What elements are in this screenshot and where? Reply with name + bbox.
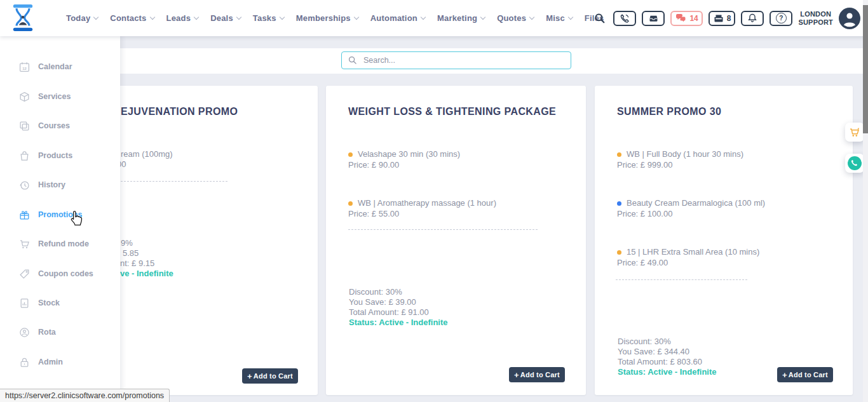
promo-total: nt: £ 9.15: [120, 258, 154, 268]
bullet-icon: [617, 201, 621, 206]
search-bar: [341, 51, 571, 69]
promo-item: Velashape 30 min (30 mins): [348, 149, 460, 159]
bullet-icon: [617, 250, 621, 255]
promo-card-summer: SUMMER PROMO 30 WB | Full Body (1 hour 3…: [595, 86, 853, 395]
sidebar-item-promotions[interactable]: Promotions: [0, 204, 120, 225]
nav-item-misc[interactable]: Misc: [546, 13, 573, 23]
add-to-cart-button[interactable]: +Add to Cart: [777, 367, 833, 382]
bullet-icon: [617, 152, 621, 157]
plus-icon: +: [514, 370, 519, 380]
nav-item-deals[interactable]: Deals: [210, 13, 241, 23]
lock-icon: [19, 357, 30, 368]
layers-icon: [19, 121, 30, 131]
nav-item-contacts[interactable]: Contacts: [110, 13, 154, 23]
chevron-down-icon: [279, 15, 284, 20]
sidebar-item-stock[interactable]: Stock: [0, 293, 120, 313]
nav-item-quotes[interactable]: Quotes: [497, 13, 534, 23]
sidebar-item-refund-mode[interactable]: Refund mode: [0, 234, 120, 254]
phone-button[interactable]: [613, 11, 636, 26]
bell-icon: [747, 13, 757, 23]
sidebar-item-history[interactable]: History: [0, 175, 120, 195]
chevron-down-icon: [421, 15, 426, 20]
promo-discount: 9%: [121, 238, 133, 248]
chat-button[interactable]: 14: [670, 11, 702, 26]
svg-text:12: 12: [22, 66, 27, 70]
sidebar-item-courses[interactable]: Courses: [0, 116, 120, 136]
promo-item: WB | Aromatherapy massage (1 hour): [348, 198, 496, 208]
rota-person-icon: [19, 327, 30, 338]
question-mark-icon: ?: [776, 13, 787, 23]
promo-status: ve - Indefinite: [120, 269, 173, 278]
floating-whatsapp-button[interactable]: [845, 154, 864, 173]
promo-title: EJUVENATION PROMO: [121, 106, 238, 117]
search-icon[interactable]: [594, 13, 606, 24]
search-icon: [348, 56, 357, 65]
help-button[interactable]: ?: [770, 11, 792, 26]
promo-you-save: You Save: £ 39.00: [349, 297, 416, 307]
promo-item-price: Price: £ 100.00: [617, 209, 672, 218]
sidebar-item-services[interactable]: Services: [0, 86, 120, 107]
promo-discount: Discount: 30%: [618, 337, 671, 346]
chevron-down-icon: [93, 15, 98, 20]
chevron-down-icon: [568, 15, 573, 20]
floating-cart-button[interactable]: [845, 123, 864, 142]
inbox-button[interactable]: [642, 11, 665, 26]
nav-item-memberships[interactable]: Memberships: [296, 13, 358, 23]
gift-icon: [19, 210, 30, 220]
plus-icon: +: [782, 370, 787, 380]
promo-item-price: Price: £ 49.00: [617, 258, 668, 267]
cart-icon: [849, 127, 860, 138]
nav-item-marketing[interactable]: Marketing: [437, 13, 485, 23]
hourglass-logo-icon: [11, 4, 34, 32]
promo-card-weight-loss: WEIGHT LOSS & TIGHTENING PACKAGE Velasha…: [326, 86, 586, 395]
nav-item-today[interactable]: Today: [66, 13, 98, 23]
scrollbar-track[interactable]: [863, 0, 868, 402]
search-input[interactable]: [362, 55, 555, 65]
promo-status: Status: Active - Indefinite: [349, 318, 448, 327]
add-to-cart-button[interactable]: +Add to Cart: [509, 367, 565, 382]
chevron-down-icon: [149, 15, 154, 20]
phone-icon: [620, 13, 630, 23]
history-clock-icon: [19, 180, 30, 191]
clinicsoftware-logo[interactable]: [11, 4, 34, 34]
promo-item-price: Price: £ 999.00: [617, 160, 672, 170]
whatsapp-phone-icon: [848, 156, 862, 170]
chevron-down-icon: [194, 15, 199, 20]
nav-item-tasks[interactable]: Tasks: [253, 13, 284, 23]
account-name: LONDON SUPPORT: [798, 10, 833, 27]
notifications-button[interactable]: [741, 11, 764, 26]
plus-icon: +: [247, 372, 252, 381]
nav-item-automation[interactable]: Automation: [370, 13, 425, 23]
top-navigation-bar: Today Contacts Leads Deals Tasks Members…: [0, 0, 868, 36]
divider: [616, 279, 747, 280]
promo-item-price: Price: £ 90.00: [348, 160, 399, 170]
nav-item-leads[interactable]: Leads: [166, 13, 199, 23]
sidebar-menu: 12 Calendar Services Courses Products Hi…: [0, 36, 120, 402]
chevron-down-icon: [354, 15, 359, 20]
calendar-icon: 12: [19, 62, 30, 72]
chevron-down-icon: [529, 15, 534, 20]
chat-count-badge: 14: [689, 14, 698, 23]
sidebar-item-coupon-codes[interactable]: Coupon codes: [0, 264, 120, 284]
sidebar-item-calendar[interactable]: 12 Calendar: [0, 57, 120, 77]
pos-button[interactable]: 8: [709, 11, 736, 26]
sidebar-item-admin[interactable]: Admin: [0, 352, 120, 372]
cube-icon: [19, 91, 30, 102]
promo-item: Beauty Cream Dearmalogica (100 ml): [617, 198, 765, 208]
sidebar-item-rota[interactable]: Rota: [0, 322, 120, 342]
scrollbar-thumb[interactable]: [863, 5, 868, 133]
promo-title: WEIGHT LOSS & TIGHTENING PACKAGE: [348, 106, 556, 117]
stock-report-icon: [19, 298, 30, 309]
promo-discount: Discount: 30%: [349, 287, 402, 297]
pos-count-badge: 8: [727, 14, 731, 23]
main-nav: Today Contacts Leads Deals Tasks Members…: [66, 0, 604, 36]
add-to-cart-button[interactable]: +Add to Cart: [242, 368, 298, 384]
sidebar-item-products[interactable]: Products: [0, 145, 120, 166]
coupon-tag-icon: [19, 269, 30, 279]
inbox-icon: [648, 13, 659, 23]
cart-icon: [19, 239, 30, 250]
avatar[interactable]: [839, 8, 860, 29]
promo-status: Status: Active - Indefinite: [618, 367, 717, 377]
promo-you-save: 5.85: [123, 248, 139, 258]
shopping-bag-icon: [19, 151, 30, 161]
